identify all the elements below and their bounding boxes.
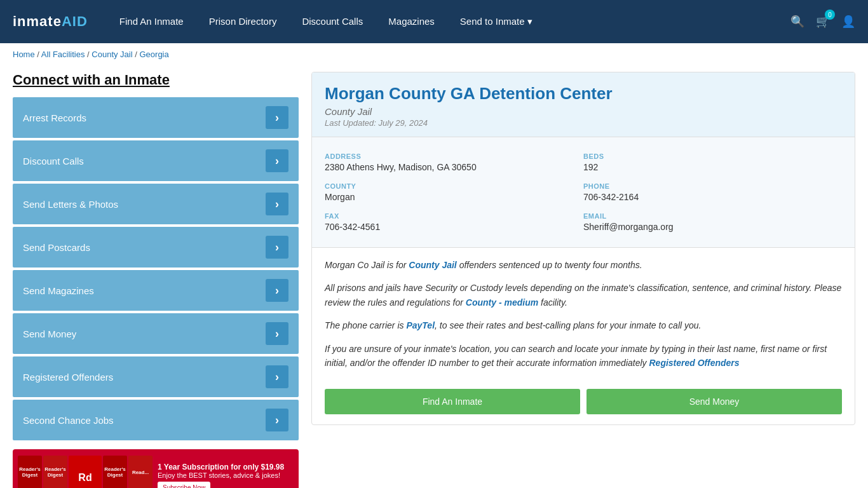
nav-discount-calls[interactable]: Discount Calls xyxy=(302,16,363,27)
sidebar-item-label: Send Postcards xyxy=(23,242,90,253)
search-icon[interactable]: 🔍 xyxy=(790,15,804,29)
description: Morgan Co Jail is for County Jail offend… xyxy=(312,248,855,389)
facility-name: Morgan County GA Detention Center xyxy=(325,84,842,104)
sidebar-item-label: Send Magazines xyxy=(23,285,94,296)
ad-text: 1 Year Subscription for only $19.98 Enjo… xyxy=(158,463,284,489)
logo-accent: AID xyxy=(62,13,88,29)
ad-magazines: Reader'sDigest Reader'sDigest Rd Reader'… xyxy=(18,456,153,488)
beds-label: BEDS xyxy=(583,152,842,160)
mag-cover-2: Reader'sDigest xyxy=(43,456,67,488)
main-container: Connect with an Inmate Arrest Records › … xyxy=(0,65,868,488)
sidebar: Connect with an Inmate Arrest Records › … xyxy=(13,72,299,488)
phone-label: PHONE xyxy=(583,182,842,190)
facility-updated: Last Updated: July 29, 2024 xyxy=(325,118,842,128)
phone-value: 706-342-2164 xyxy=(583,192,842,202)
breadcrumb: Home / All Facilities / County Jail / Ge… xyxy=(0,43,868,65)
desc-p4: If you are unsure of your inmate's locat… xyxy=(325,342,842,370)
arrow-icon: › xyxy=(266,106,288,129)
nav-magazines[interactable]: Magazines xyxy=(388,16,435,27)
mag-cover-3: Reader'sDigest xyxy=(103,456,127,488)
sidebar-item-label: Registered Offenders xyxy=(23,372,113,383)
address-label: ADDRESS xyxy=(325,152,583,160)
bottom-buttons: Find An Inmate Send Money xyxy=(312,389,855,424)
sidebar-item-label: Send Letters & Photos xyxy=(23,199,118,210)
mag-cover-1: Reader'sDigest xyxy=(18,456,42,488)
header-icons: 🔍 🛒 0 👤 xyxy=(790,15,855,29)
sidebar-item-send-postcards[interactable]: Send Postcards › xyxy=(13,227,299,268)
info-grid: ADDRESS 2380 Athens Hwy, Madison, GA 306… xyxy=(312,137,855,248)
facility-card: Morgan County GA Detention Center County… xyxy=(311,72,855,425)
find-inmate-button[interactable]: Find An Inmate xyxy=(325,389,580,414)
email-cell: EMAIL Sheriff@morganga.org xyxy=(583,207,842,237)
county-jail-link[interactable]: County Jail xyxy=(409,260,456,270)
email-value: Sheriff@morganga.org xyxy=(583,222,842,232)
main-header: inmateAID Find An Inmate Prison Director… xyxy=(0,0,868,43)
arrow-icon: › xyxy=(266,236,288,259)
desc-p1: Morgan Co Jail is for County Jail offend… xyxy=(325,258,842,272)
nav-prison-directory[interactable]: Prison Directory xyxy=(209,16,277,27)
county-label: COUNTY xyxy=(325,182,583,190)
mag-cover-4: Read... xyxy=(128,456,153,488)
arrow-icon: › xyxy=(266,365,288,388)
desc-p2: All prisons and jails have Security or C… xyxy=(325,281,842,309)
send-money-button[interactable]: Send Money xyxy=(587,389,842,414)
county-cell: COUNTY Morgan xyxy=(325,177,583,207)
address-cell: ADDRESS 2380 Athens Hwy, Madison, GA 306… xyxy=(325,147,583,177)
arrow-icon: › xyxy=(266,409,288,431)
arrow-icon: › xyxy=(266,149,288,172)
county-medium-link[interactable]: County - medium xyxy=(466,297,538,308)
beds-cell: BEDS 192 xyxy=(583,147,842,177)
county-value: Morgan xyxy=(325,192,583,202)
ad-subscribe-button[interactable]: Subscribe Now xyxy=(158,482,210,489)
sidebar-item-send-letters[interactable]: Send Letters & Photos › xyxy=(13,184,299,224)
arrow-icon: › xyxy=(266,193,288,215)
logo[interactable]: inmateAID xyxy=(13,13,88,30)
breadcrumb-home[interactable]: Home xyxy=(13,50,35,59)
ad-headline: 1 Year Subscription for only $19.98 xyxy=(158,463,284,471)
sidebar-item-label: Discount Calls xyxy=(23,156,84,166)
sidebar-item-label: Second Chance Jobs xyxy=(23,415,114,426)
sidebar-item-second-chance-jobs[interactable]: Second Chance Jobs › xyxy=(13,400,299,440)
sidebar-item-discount-calls[interactable]: Discount Calls › xyxy=(13,140,299,181)
fax-value: 706-342-4561 xyxy=(325,222,583,232)
beds-value: 192 xyxy=(583,162,842,172)
facility-type: County Jail xyxy=(325,106,842,117)
arrow-icon: › xyxy=(266,279,288,302)
breadcrumb-county-jail[interactable]: County Jail xyxy=(92,50,132,59)
main-content: Morgan County GA Detention Center County… xyxy=(311,72,855,488)
nav-send-to-inmate[interactable]: Send to Inmate ▾ xyxy=(460,16,532,27)
logo-text: inmateAID xyxy=(13,13,88,30)
email-label: EMAIL xyxy=(583,212,842,220)
sidebar-item-label: Send Money xyxy=(23,329,76,339)
sidebar-item-send-magazines[interactable]: Send Magazines › xyxy=(13,270,299,311)
fax-cell: FAX 706-342-4561 xyxy=(325,207,583,237)
address-value: 2380 Athens Hwy, Madison, GA 30650 xyxy=(325,162,583,172)
facility-header: Morgan County GA Detention Center County… xyxy=(312,72,855,137)
user-icon[interactable]: 👤 xyxy=(841,15,855,29)
main-nav: Find An Inmate Prison Directory Discount… xyxy=(119,16,765,27)
sidebar-title: Connect with an Inmate xyxy=(13,72,299,88)
sidebar-item-arrest-records[interactable]: Arrest Records › xyxy=(13,97,299,138)
breadcrumb-state[interactable]: Georgia xyxy=(139,50,168,59)
ad-subtext: Enjoy the BEST stories, advice & jokes! xyxy=(158,471,280,479)
ad-banner[interactable]: Reader'sDigest Reader'sDigest Rd Reader'… xyxy=(13,449,299,488)
sidebar-item-registered-offenders[interactable]: Registered Offenders › xyxy=(13,356,299,397)
mag-cover-main: Rd xyxy=(69,456,102,488)
sidebar-item-send-money[interactable]: Send Money › xyxy=(13,313,299,354)
cart-badge: 0 xyxy=(825,10,835,20)
registered-offenders-link[interactable]: Registered Offenders xyxy=(649,358,739,368)
phone-cell: PHONE 706-342-2164 xyxy=(583,177,842,207)
fax-label: FAX xyxy=(325,212,583,220)
sidebar-menu: Arrest Records › Discount Calls › Send L… xyxy=(13,97,299,440)
arrow-icon: › xyxy=(266,322,288,345)
desc-p3: The phone carrier is PayTel, to see thei… xyxy=(325,318,842,332)
breadcrumb-all-facilities[interactable]: All Facilities xyxy=(41,50,85,59)
sidebar-item-label: Arrest Records xyxy=(23,112,86,123)
nav-find-inmate[interactable]: Find An Inmate xyxy=(119,16,184,27)
paytel-link[interactable]: PayTel xyxy=(406,320,435,330)
cart-icon[interactable]: 🛒 0 xyxy=(816,15,830,29)
